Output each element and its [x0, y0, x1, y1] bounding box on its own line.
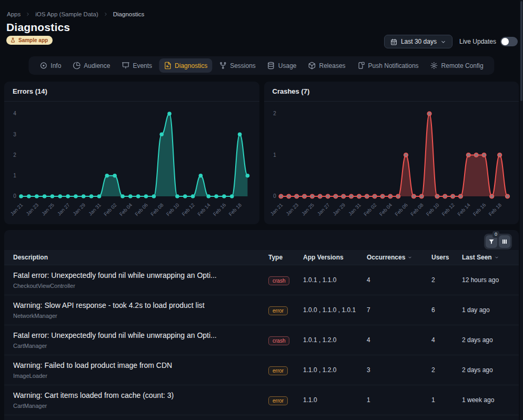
sample-app-badge-label: Sample app — [18, 37, 48, 43]
tab-label: Remote Config — [441, 62, 484, 69]
svg-text:Feb 12: Feb 12 — [440, 202, 456, 217]
svg-text:3: 3 — [13, 132, 16, 137]
table-row[interactable]: Warning: Failed to load product image fr… — [4, 355, 519, 385]
cell-description: Warning: Cart items loaded from cache (c… — [13, 391, 268, 409]
cell-app-versions: 1.0.0 , 1.1.0 , 1.0.1 — [303, 306, 367, 314]
charts-row: Errors (14) 43210Jan 21Jan 23Jan 25Jan 2… — [4, 82, 519, 224]
tab-label: Events — [133, 62, 152, 69]
tab-audience[interactable]: Audience — [68, 58, 115, 73]
cell-occurrences: 4 — [367, 276, 431, 284]
issue-description: Warning: Slow API response - took 4.2s t… — [13, 301, 268, 309]
table-toolbar-buttons: 0 — [484, 234, 512, 249]
column-header-occurrences[interactable]: Occurrences — [367, 254, 431, 261]
table-row[interactable]: Fatal error: Unexpectedly found nil whil… — [4, 325, 519, 355]
column-header-app-versions: App Versions — [303, 254, 367, 261]
crashes-panel: Crashes (7) 210Jan 21Jan 23Jan 25Jan 27J… — [264, 82, 519, 224]
tab-remote-config[interactable]: Remote Config — [426, 58, 488, 73]
issue-description: Warning: Failed to load product image fr… — [13, 361, 268, 369]
live-updates-toggle[interactable] — [500, 37, 518, 46]
issue-source: CartManager — [13, 403, 268, 409]
cell-occurrences: 4 — [367, 336, 431, 344]
svg-text:Jan 27: Jan 27 — [56, 202, 71, 217]
scrollbar-thumb[interactable] — [520, 1, 522, 101]
column-label: Last Seen — [462, 254, 492, 261]
svg-text:Feb 10: Feb 10 — [165, 202, 180, 217]
cell-app-versions: 1.1.0 , 1.2.0 — [303, 366, 367, 374]
svg-text:Feb 12: Feb 12 — [180, 202, 196, 217]
svg-text:Jan 29: Jan 29 — [331, 202, 346, 217]
crashes-chart: 210Jan 21Jan 23Jan 25Jan 27Jan 29Jan 31F… — [264, 102, 519, 224]
cell-type: crash — [268, 335, 303, 345]
column-header-description: Description — [13, 254, 268, 261]
tab-label: Releases — [319, 62, 346, 69]
svg-text:Feb 08: Feb 08 — [149, 202, 165, 217]
svg-text:Feb 06: Feb 06 — [134, 202, 149, 217]
cell-last-seen: 1 day ago — [462, 306, 519, 314]
cell-app-versions: 1.0.1 , 1.2.0 — [303, 336, 367, 344]
svg-text:Jan 23: Jan 23 — [25, 202, 39, 217]
svg-text:Jan 23: Jan 23 — [285, 202, 299, 217]
audience-pie-icon — [73, 62, 81, 69]
tab-events[interactable]: Events — [117, 58, 157, 73]
sort-chevron-icon — [494, 255, 499, 260]
cell-description: Warning: Slow API response - took 4.2s t… — [13, 301, 268, 319]
type-badge-error: error — [268, 306, 288, 315]
page-scrollbar[interactable] — [520, 0, 523, 420]
issue-description: Fatal error: Unexpectedly found nil whil… — [13, 331, 268, 339]
cell-last-seen: 12 hours ago — [462, 276, 519, 284]
breadcrumb-current: Diagnostics — [113, 11, 144, 17]
issue-description: Fatal error: Unexpectedly found nil whil… — [13, 271, 268, 279]
events-presentation-icon — [122, 62, 129, 69]
cell-users: 6 — [431, 306, 462, 314]
column-label: Description — [13, 254, 48, 261]
table-row[interactable]: Warning: Cart items loaded from cache (c… — [4, 385, 519, 415]
cell-app-versions: 1.0.1 , 1.1.0 — [303, 276, 367, 284]
column-label: Type — [268, 254, 283, 261]
remote-config-gear-icon — [430, 62, 438, 69]
toggle-knob — [501, 38, 509, 45]
filter-button[interactable]: 0 — [486, 235, 497, 248]
cell-last-seen: 2 days ago — [462, 336, 519, 344]
svg-text:Feb 04: Feb 04 — [118, 202, 134, 217]
type-badge-crash: crash — [268, 336, 289, 345]
svg-text:Jan 31: Jan 31 — [347, 202, 361, 217]
tab-releases[interactable]: Releases — [304, 58, 350, 73]
table-row[interactable]: Warning: Slow API response - took 4.2s t… — [4, 295, 519, 325]
chevron-right-icon — [103, 12, 108, 17]
filter-funnel-icon — [488, 238, 495, 245]
cell-occurrences: 3 — [367, 366, 431, 374]
svg-text:2: 2 — [273, 111, 276, 117]
tab-info[interactable]: Info — [35, 58, 66, 73]
table-row[interactable]: Fatal error: Unexpectedly found nil whil… — [4, 265, 519, 295]
tab-label: Push Notifications — [368, 62, 419, 69]
columns-button[interactable] — [499, 235, 510, 248]
svg-text:0: 0 — [273, 194, 276, 199]
column-header-last-seen[interactable]: Last Seen — [462, 254, 519, 261]
cell-description: Fatal error: Unexpectedly found nil whil… — [13, 271, 268, 289]
tab-push-notifications[interactable]: Push Notifications — [353, 58, 424, 73]
section-tabbar: InfoAudienceEventsDiagnosticsSessionsUsa… — [28, 56, 494, 75]
releases-package-icon — [308, 62, 316, 69]
svg-text:Jan 25: Jan 25 — [300, 202, 315, 217]
date-range-button[interactable]: Last 30 days — [384, 35, 452, 48]
issue-source: ImageLoader — [13, 373, 268, 379]
breadcrumb: Apps iOS App (Sample Data) Diagnostics — [7, 11, 144, 17]
svg-text:Feb 14: Feb 14 — [456, 202, 471, 217]
table-body: Fatal error: Unexpectedly found nil whil… — [4, 265, 519, 415]
diagnostics-file-icon — [164, 62, 172, 69]
breadcrumb-app[interactable]: iOS App (Sample Data) — [35, 11, 98, 17]
issues-table-panel: 0 DescriptionTypeApp VersionsOccurrences… — [4, 230, 519, 420]
svg-text:Feb 04: Feb 04 — [378, 202, 393, 217]
column-header-users: Users — [431, 254, 462, 261]
sort-chevron-icon — [407, 255, 413, 260]
tab-usage[interactable]: Usage — [263, 58, 301, 73]
cell-type: crash — [268, 275, 303, 285]
breadcrumb-apps[interactable]: Apps — [7, 11, 21, 17]
issue-source: NetworkManager — [13, 313, 268, 319]
tab-diagnostics[interactable]: Diagnostics — [159, 58, 212, 73]
svg-text:0: 0 — [13, 194, 16, 199]
issue-source: CheckoutViewController — [13, 283, 268, 289]
svg-text:Feb 08: Feb 08 — [409, 202, 424, 217]
live-updates-label: Live Updates — [459, 38, 496, 45]
tab-sessions[interactable]: Sessions — [214, 58, 260, 73]
